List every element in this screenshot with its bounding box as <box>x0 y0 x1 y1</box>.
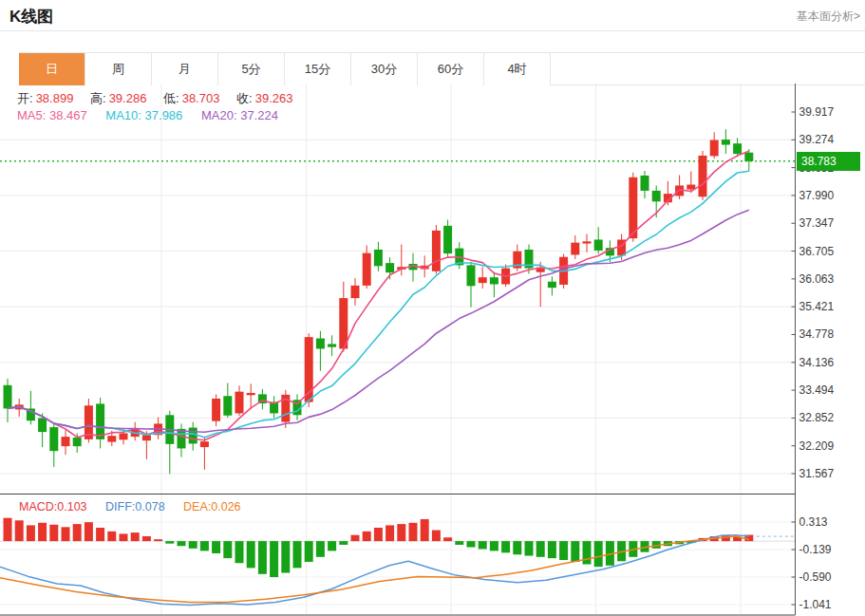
kline-widget: K线图 基本面分析> 日周月5分15分30分60分4时 39.91739.274… <box>0 0 865 616</box>
candle <box>120 433 128 439</box>
candle <box>722 140 730 144</box>
ma10-value: 37.986 <box>145 108 183 122</box>
macd-bar <box>305 541 313 562</box>
candle <box>316 339 325 349</box>
candle <box>62 437 70 446</box>
candle <box>467 265 476 286</box>
macd-bar <box>363 532 371 541</box>
macd-bar <box>247 541 255 568</box>
y-axis-label: 34.778 <box>799 327 835 341</box>
macd-bar <box>4 518 12 541</box>
candle <box>49 427 58 451</box>
macd-bar <box>107 532 116 541</box>
macd-bar <box>316 541 325 557</box>
macd-bar <box>142 536 151 541</box>
candle <box>374 250 383 266</box>
macd-bar <box>258 541 267 574</box>
macd-bar <box>281 541 290 572</box>
macd-bar <box>85 522 93 541</box>
candle <box>223 396 232 416</box>
y-axis-label: 32.209 <box>799 439 835 453</box>
ma-line-MA5 <box>8 151 749 440</box>
macd-bar <box>397 524 405 541</box>
macd-bar <box>409 523 418 541</box>
macd-value: 0.103 <box>57 500 86 513</box>
y-axis-label: 31.567 <box>799 467 835 480</box>
y-axis-label: 36.705 <box>799 245 835 258</box>
y-axis-label: 36.063 <box>799 272 835 286</box>
macd-bar <box>432 531 441 542</box>
macd-bar <box>328 541 336 551</box>
candle <box>652 191 661 201</box>
y-axis-label: 32.852 <box>799 411 835 424</box>
ma5-value: 38.467 <box>49 108 87 122</box>
macd-bar <box>120 533 128 541</box>
open-value: 38.899 <box>36 91 74 105</box>
macd-bar <box>583 541 592 564</box>
macd-label: MACD: <box>19 500 57 513</box>
candle <box>363 253 371 286</box>
candle <box>641 176 649 191</box>
macd-bar <box>49 525 58 541</box>
dea-label: DEA: <box>183 500 211 513</box>
macd-bar <box>559 541 568 560</box>
macd-axis-label: -0.139 <box>799 543 832 556</box>
macd-bar <box>421 519 429 541</box>
candle <box>328 344 336 346</box>
y-axis-label: 34.136 <box>799 356 835 369</box>
macd-bar <box>548 541 556 558</box>
candle <box>583 241 592 243</box>
y-axis-label: 37.990 <box>799 189 835 202</box>
macd-bar <box>467 541 476 547</box>
candle <box>178 429 186 449</box>
macd-bar <box>293 541 302 568</box>
macd-bar <box>443 537 452 541</box>
macd-bar <box>154 539 162 541</box>
low-value: 38.703 <box>182 91 220 105</box>
candle <box>710 140 719 157</box>
ohlc-info: 开:38.899 高:39.286 低:38.703 收:39.263 <box>17 90 292 107</box>
macd-bar <box>165 541 174 544</box>
candle <box>200 441 209 447</box>
macd-bar <box>212 541 220 553</box>
candle <box>212 399 220 421</box>
candle <box>490 277 498 284</box>
candle <box>443 226 452 253</box>
close-label: 收: <box>236 91 253 105</box>
candle <box>351 286 360 298</box>
macd-bar <box>525 541 534 555</box>
macd-info: MACD:0.103 DIFF:0.078 DEA:0.026 <box>19 500 241 513</box>
candle <box>247 393 255 395</box>
diff-label: DIFF: <box>105 500 135 513</box>
macd-bar <box>351 535 360 541</box>
ma20-value: 37.224 <box>240 108 278 122</box>
macd-bar <box>536 541 545 557</box>
macd-bar <box>27 525 35 541</box>
macd-bar <box>501 541 510 552</box>
candle <box>107 436 116 441</box>
candle <box>744 153 753 161</box>
macd-bar <box>455 541 463 545</box>
candle <box>38 418 47 432</box>
candle <box>235 392 244 414</box>
macd-bar <box>178 541 186 546</box>
macd-bar <box>594 541 603 567</box>
ma-line-MA10 <box>8 171 749 438</box>
macd-bar <box>571 541 579 562</box>
candle <box>548 282 556 288</box>
candle <box>733 143 742 154</box>
high-value: 39.286 <box>109 91 147 105</box>
candle <box>699 156 707 196</box>
ma-info: MA5: 38.467 MA10: 37.986 MA20: 37.224 <box>17 108 278 122</box>
macd-bar <box>490 541 498 551</box>
macd-bar <box>235 541 244 563</box>
ma5-label: MA5: <box>17 108 46 122</box>
macd-axis-label: -0.590 <box>799 570 832 584</box>
candle <box>479 277 487 283</box>
macd-bar <box>96 528 104 541</box>
macd-bar <box>270 541 278 577</box>
candle <box>142 435 151 440</box>
y-axis-label: 33.494 <box>799 383 835 397</box>
dea-value: 0.026 <box>211 500 240 513</box>
macd-bar <box>223 541 232 558</box>
